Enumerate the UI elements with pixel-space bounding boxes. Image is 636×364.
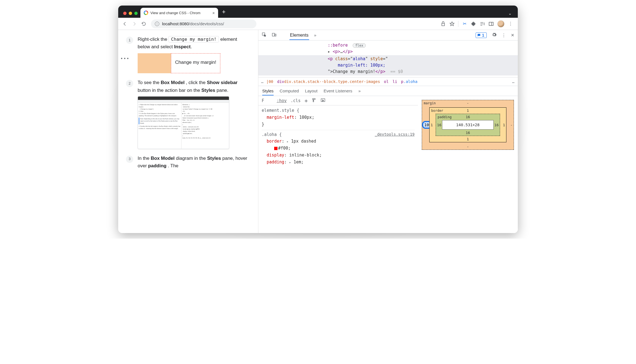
padding-label: padding: [438, 115, 452, 119]
close-window-icon[interactable]: [123, 12, 127, 15]
scissors-icon[interactable]: ✂: [462, 21, 467, 27]
css-value[interactable]: 1px dashed: [291, 139, 316, 144]
messages-badge[interactable]: 1: [476, 32, 487, 38]
step-text: padding: [148, 163, 166, 168]
filter-input[interactable]: F: [262, 98, 273, 103]
new-rule-icon[interactable]: +: [304, 97, 308, 104]
dom-tree[interactable]: ::before flex ▸ <p>…</p> ••• <p class="a…: [258, 41, 518, 77]
change-my-margin-element[interactable]: Change my margin!: [171, 53, 220, 73]
screenshot-thumbnail: 1 Right-click the Change my margin! elem…: [138, 96, 229, 149]
border-top-val[interactable]: 1: [467, 108, 469, 113]
border-left-val[interactable]: 1: [431, 123, 433, 127]
margin-bottom-val[interactable]: -: [467, 145, 469, 149]
step-text: Styles: [201, 88, 215, 93]
show-sidebar-icon[interactable]: [320, 98, 325, 104]
new-tab-button[interactable]: +: [218, 8, 229, 18]
dom-pseudo[interactable]: ::before: [328, 43, 348, 48]
step-text: , click the: [186, 80, 207, 85]
maximize-window-icon[interactable]: [134, 12, 138, 15]
crumb-ellipsis[interactable]: …: [261, 79, 263, 84]
step-text: button in the action bar on the: [138, 88, 201, 93]
padding-right-val[interactable]: 16: [494, 123, 499, 127]
address-bar: i localhost:8080/docs/devtools/css/ ✂ ⋮: [118, 18, 518, 30]
css-value[interactable]: 1em: [294, 160, 301, 165]
step-number: 3: [126, 156, 133, 163]
tabs-dropdown-icon[interactable]: ⌄: [504, 11, 516, 18]
devtools-menu-icon[interactable]: ⋮: [502, 33, 506, 38]
subtab-event-listeners[interactable]: Event Listeners: [324, 89, 352, 93]
url-host: localhost:: [162, 21, 180, 26]
rule-selector[interactable]: element.style {: [262, 108, 299, 113]
css-prop[interactable]: display: [267, 153, 284, 158]
forward-button[interactable]: [130, 20, 138, 28]
css-prop[interactable]: border: [267, 139, 282, 144]
tab-elements[interactable]: Elements: [289, 31, 309, 40]
border-right-val[interactable]: 1: [503, 123, 505, 127]
dom-selected-row[interactable]: ••• <p class="aloha" style=" margin-left…: [258, 55, 518, 76]
profile-avatar[interactable]: [497, 20, 504, 27]
subtab-computed[interactable]: Computed: [280, 89, 299, 93]
inline-code: Change my margin!: [168, 36, 219, 42]
close-devtools-icon[interactable]: ✕: [511, 33, 514, 38]
url-bar[interactable]: i localhost:8080/docs/devtools/css/: [151, 19, 256, 28]
chrome-menu-icon[interactable]: ⋮: [508, 21, 513, 27]
inspect-element-icon[interactable]: [262, 32, 267, 38]
hov-toggle[interactable]: :hov: [277, 98, 287, 103]
margin-right-val[interactable]: -: [510, 123, 513, 127]
crumb-item[interactable]: li: [392, 79, 397, 84]
reading-list-icon[interactable]: [479, 21, 485, 27]
site-info-icon[interactable]: i: [155, 22, 159, 26]
step-text: In the: [138, 156, 151, 161]
flex-badge[interactable]: flex: [353, 43, 366, 48]
url-path: /docs/devtools/css/: [189, 21, 224, 26]
bookmark-icon[interactable]: [449, 21, 455, 27]
css-value[interactable]: #f00: [278, 146, 288, 151]
css-value[interactable]: inline-block: [289, 153, 319, 158]
dom-style-value[interactable]: margin-left: 100px;: [338, 63, 385, 68]
step-text: Box Model: [161, 80, 185, 85]
padding-left-val[interactable]: 16: [437, 123, 441, 127]
border-bottom-val[interactable]: 1: [467, 137, 469, 141]
box-model-diagram[interactable]: margin - - - 100 border 1 1 1 1: [418, 96, 518, 233]
extensions-icon[interactable]: [471, 21, 476, 27]
padding-bottom-val[interactable]: 16: [466, 131, 470, 135]
settings-gear-icon[interactable]: [492, 32, 497, 38]
color-swatch-icon[interactable]: [274, 147, 277, 150]
expand-ellipsis-icon[interactable]: •••: [120, 56, 130, 62]
svg-rect-0: [489, 22, 493, 26]
padding-top-val[interactable]: 16: [466, 115, 470, 119]
rule-source-link[interactable]: _devtools.scss:19: [375, 131, 415, 138]
close-tab-icon[interactable]: ×: [212, 11, 215, 15]
messages-count: 1: [482, 33, 484, 37]
step-text: To see the: [138, 80, 161, 85]
reload-button[interactable]: [140, 20, 148, 28]
crumb-item[interactable]: ol: [384, 79, 389, 84]
css-prop[interactable]: margin-left: [267, 115, 294, 120]
more-subtabs-icon[interactable]: »: [359, 89, 361, 93]
css-value[interactable]: 100px: [299, 115, 312, 120]
step-text: Show sidebar: [207, 80, 238, 85]
styles-filter-bar: F :hov .cls +: [258, 96, 418, 105]
paint-icon[interactable]: [312, 98, 317, 104]
step-text: Right-click the: [138, 37, 168, 42]
dom-breadcrumb[interactable]: … |00 divdiv.stack.stack--block.type.cen…: [258, 77, 518, 86]
subtab-styles[interactable]: Styles: [262, 87, 274, 95]
browser-tab[interactable]: View and change CSS - Chrom ×: [140, 8, 218, 18]
subtab-layout[interactable]: Layout: [305, 89, 317, 93]
device-toolbar-icon[interactable]: [272, 32, 277, 38]
cls-toggle[interactable]: .cls: [291, 98, 301, 103]
crumb-more-icon[interactable]: …: [512, 79, 515, 84]
margin-top-val[interactable]: -: [467, 101, 469, 105]
step-text: Inspect: [174, 44, 191, 49]
more-tabs-icon[interactable]: »: [314, 33, 316, 37]
styles-pane: F :hov .cls + element.style { margin-lef…: [258, 96, 418, 233]
css-prop[interactable]: padding: [267, 160, 284, 165]
side-panel-icon[interactable]: [488, 21, 494, 27]
content-size[interactable]: 140.531×28: [442, 120, 494, 130]
share-icon[interactable]: [440, 21, 446, 27]
step-text: . The: [168, 163, 178, 168]
crumb-item[interactable]: 00: [269, 79, 273, 84]
crumb-item[interactable]: div.stack.stack--block.type.center-image…: [284, 79, 380, 84]
minimize-window-icon[interactable]: [129, 12, 132, 15]
back-button[interactable]: [121, 20, 129, 28]
